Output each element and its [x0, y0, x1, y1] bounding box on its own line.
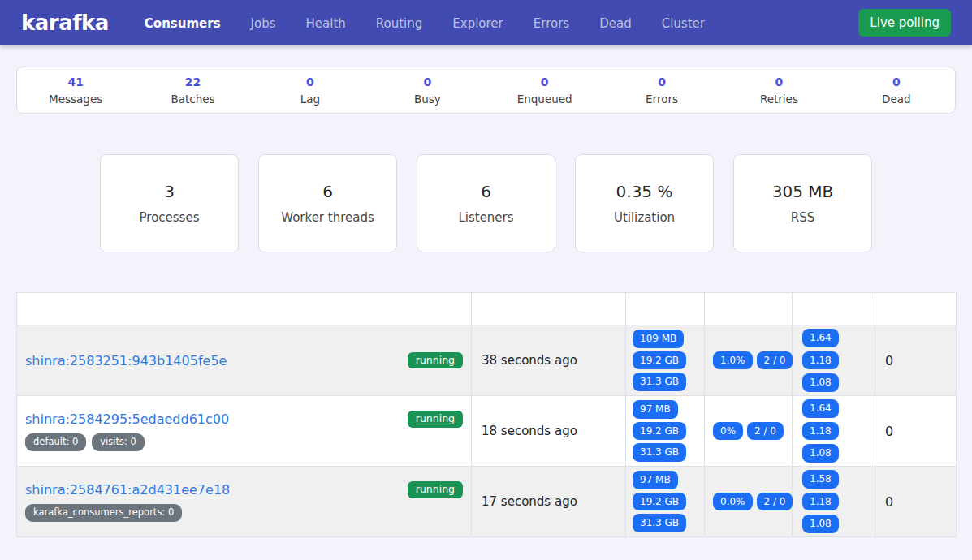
brand-logo[interactable]: karafka — [21, 11, 109, 35]
total-lag-cell: 0 — [875, 325, 957, 396]
load-badge: 1.08 — [802, 515, 839, 533]
nav-item: Errors — [534, 15, 569, 31]
nav-link[interactable]: Health — [306, 16, 346, 31]
name-line: shinra:2584761:a2d431ee7e18 running — [25, 481, 463, 498]
memory-badge: 97 MB — [633, 471, 678, 489]
started-cell: 18 seconds ago — [472, 396, 626, 467]
memory-badges: 97 MB19.2 GB31.3 GB — [626, 400, 704, 462]
stat-label: Dead — [882, 93, 911, 106]
load-cell: 1.641.181.08 — [793, 396, 875, 467]
load-badges: 1.641.181.08 — [793, 329, 874, 392]
summary-cards-row: 3 Processes 6 Worker threads 6 Listeners… — [0, 154, 972, 252]
stat-value: 0 — [892, 75, 901, 88]
name-line: shinra:2583251:943b1405fe5e running — [25, 352, 463, 369]
table-column-header — [17, 293, 472, 325]
table-column-header — [793, 293, 875, 325]
card-label: RSS — [791, 210, 814, 225]
load-badge: 1.64 — [802, 329, 839, 347]
stat-item: 0 Busy — [369, 75, 486, 106]
name-line: shinra:2584295:5edaedd61c00 running — [25, 411, 463, 428]
summary-card: 305 MB RSS — [733, 154, 872, 252]
table-row: shinra:2584295:5edaedd61c00 running defa… — [17, 396, 957, 467]
card-value: 3 — [164, 182, 175, 201]
table-column-header — [875, 293, 957, 325]
performance-cell: 0%2 / 0 — [705, 396, 793, 467]
table-column-header — [472, 293, 626, 325]
status-badge: running — [408, 352, 463, 369]
process-name-link[interactable]: shinra:2584761:a2d431ee7e18 — [25, 482, 230, 498]
stat-item: 0 Lag — [252, 75, 369, 106]
load-cell: 1.641.181.08 — [793, 325, 875, 396]
card-label: Processes — [140, 210, 200, 225]
topic-badges: karafka_consumers_reports: 0 — [25, 504, 463, 522]
nav-item: Health — [306, 15, 346, 31]
stat-value: 0 — [306, 75, 314, 88]
load-badge: 1.18 — [802, 493, 839, 511]
stat-label: Errors — [646, 93, 678, 106]
summary-card: 6 Worker threads — [258, 154, 397, 252]
performance-badge: 2 / 0 — [757, 493, 793, 511]
table-row: shinra:2584761:a2d431ee7e18 running kara… — [17, 467, 957, 537]
stat-item: 22 Batches — [134, 75, 251, 106]
memory-badge: 97 MB — [633, 400, 678, 419]
stat-value: 0 — [541, 75, 549, 88]
stat-value: 22 — [185, 75, 201, 88]
stats-bar: 41 Messages 22 Batches 0 Lag 0 Busy 0 En… — [16, 67, 956, 114]
name-cell-content: shinra:2584295:5edaedd61c00 running defa… — [25, 396, 463, 466]
load-badge: 1.58 — [802, 470, 839, 489]
memory-badges: 109 MB19.2 GB31.3 GB — [626, 330, 704, 391]
name-cell-content: shinra:2583251:943b1405fe5e running — [25, 325, 463, 395]
performance-badge: 0% — [713, 422, 743, 441]
name-cell-content: shinra:2584761:a2d431ee7e18 running kara… — [25, 467, 463, 536]
stat-item: 41 Messages — [17, 75, 134, 106]
memory-badge: 31.3 GB — [633, 373, 686, 391]
total-lag-cell: 0 — [875, 396, 957, 467]
process-name-link[interactable]: shinra:2583251:943b1405fe5e — [25, 353, 227, 368]
performance-badge: 2 / 0 — [747, 422, 784, 441]
status-badge: running — [408, 481, 463, 498]
card-value: 6 — [481, 182, 491, 201]
performance-badges: 0%2 / 0 — [705, 422, 792, 441]
nav-link[interactable]: Jobs — [251, 16, 276, 31]
stat-label: Retries — [760, 93, 798, 106]
card-value: 6 — [322, 182, 333, 201]
topic-badge: karafka_consumers_reports: 0 — [25, 504, 182, 522]
performance-cell: 1.0%2 / 0 — [705, 325, 793, 396]
memory-badge: 19.2 GB — [633, 422, 686, 441]
topic-badges: default: 0visits: 0 — [25, 433, 463, 451]
name-cell: shinra:2584761:a2d431ee7e18 running kara… — [17, 467, 472, 537]
nav-link[interactable]: Routing — [376, 16, 423, 31]
nav-item: Explorer — [452, 15, 503, 31]
nav-link[interactable]: Dead — [599, 16, 632, 31]
nav-item: Dead — [599, 15, 632, 31]
card-value: 305 MB — [772, 182, 834, 201]
nav-link[interactable]: Cluster — [662, 16, 705, 31]
load-badges: 1.641.181.08 — [793, 399, 874, 463]
started-cell: 17 seconds ago — [472, 467, 626, 537]
name-cell: shinra:2584295:5edaedd61c00 running defa… — [17, 396, 472, 467]
load-badge: 1.08 — [802, 444, 839, 463]
process-name-link[interactable]: shinra:2584295:5edaedd61c00 — [25, 411, 229, 427]
topic-badge: default: 0 — [25, 433, 86, 451]
nav-link[interactable]: Consumers — [145, 16, 221, 31]
total-lag-cell: 0 — [875, 467, 957, 537]
load-badge: 1.08 — [802, 373, 839, 392]
nav-link[interactable]: Explorer — [452, 16, 503, 31]
consumers-table: shinra:2583251:943b1405fe5e running 38 s… — [16, 292, 957, 537]
performance-badge: 2 / 0 — [757, 351, 793, 370]
memory-badge: 109 MB — [633, 330, 684, 348]
memory-badge: 19.2 GB — [633, 351, 686, 370]
performance-badges: 0.0%2 / 0 — [705, 493, 792, 511]
stat-label: Enqueued — [517, 93, 572, 106]
stat-item: 0 Errors — [603, 75, 720, 106]
live-polling-button[interactable]: Live polling — [858, 9, 951, 37]
stat-item: 0 Enqueued — [486, 75, 603, 106]
nav-link[interactable]: Errors — [534, 16, 569, 31]
performance-badge: 0.0% — [713, 493, 753, 511]
stat-item: 0 Retries — [720, 75, 837, 106]
memory-badges: 97 MB19.2 GB31.3 GB — [626, 471, 704, 532]
top-navbar: karafka Consumers Jobs Health Routing Ex… — [0, 0, 972, 45]
table-body: shinra:2583251:943b1405fe5e running 38 s… — [17, 325, 957, 537]
performance-badge: 1.0% — [713, 351, 753, 370]
stat-value: 0 — [423, 75, 431, 88]
